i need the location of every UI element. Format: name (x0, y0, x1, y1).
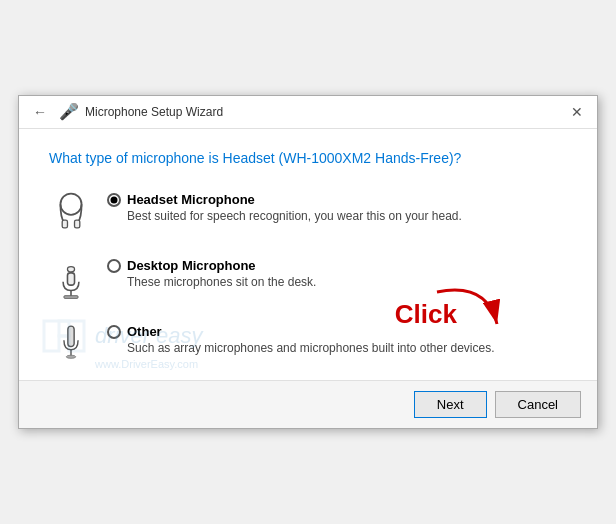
next-button[interactable]: Next (414, 391, 487, 418)
wizard-content: What type of microphone is Headset (WH-1… (19, 129, 597, 381)
svg-rect-5 (64, 296, 78, 299)
desktop-icon-container (49, 254, 93, 304)
click-arrow (427, 282, 507, 332)
watermark-brand-name: driver easy (95, 323, 203, 349)
title-bar-left: ← 🎤 Microphone Setup Wizard (27, 102, 223, 122)
headset-icon-container (49, 188, 93, 238)
headset-icon (53, 191, 89, 235)
option-headset-title: Headset Microphone (127, 192, 255, 207)
desktop-mic-icon (53, 257, 89, 301)
option-headset-text: Headset Microphone Best suited for speec… (107, 188, 462, 223)
svg-point-0 (60, 194, 81, 215)
option-desktop-text: Desktop Microphone These microphones sit… (107, 254, 316, 289)
wizard-window: ← 🎤 Microphone Setup Wizard ✕ What type … (18, 95, 598, 430)
cancel-button[interactable]: Cancel (495, 391, 581, 418)
option-headset-desc: Best suited for speech recognition, you … (127, 209, 462, 223)
svg-rect-1 (62, 220, 67, 228)
watermark-logo: driver easy (39, 316, 203, 356)
svg-point-6 (67, 267, 74, 272)
watermark-url: www.DriverEasy.com (95, 358, 198, 370)
close-button[interactable]: ✕ (565, 102, 589, 122)
svg-rect-2 (75, 220, 80, 228)
driver-easy-logo-icon (39, 316, 89, 356)
option-desktop-desc: These microphones sit on the desk. (127, 275, 316, 289)
option-headset-label-row: Headset Microphone (107, 192, 462, 207)
option-desktop-radio[interactable] (107, 259, 121, 273)
window-title: Microphone Setup Wizard (85, 105, 223, 119)
svg-marker-11 (59, 321, 84, 351)
watermark: driver easy www.DriverEasy.com (39, 316, 203, 370)
back-button[interactable]: ← (27, 102, 53, 122)
option-desktop-label-row: Desktop Microphone (107, 258, 316, 273)
option-headset-radio[interactable] (107, 193, 121, 207)
wizard-footer: Next Cancel (19, 380, 597, 428)
option-desktop-title: Desktop Microphone (127, 258, 256, 273)
option-headset[interactable]: Headset Microphone Best suited for speec… (49, 188, 567, 238)
title-bar: ← 🎤 Microphone Setup Wizard ✕ (19, 96, 597, 129)
microphone-icon: 🎤 (59, 102, 79, 121)
wizard-question: What type of microphone is Headset (WH-1… (49, 149, 567, 169)
svg-rect-3 (67, 273, 74, 285)
